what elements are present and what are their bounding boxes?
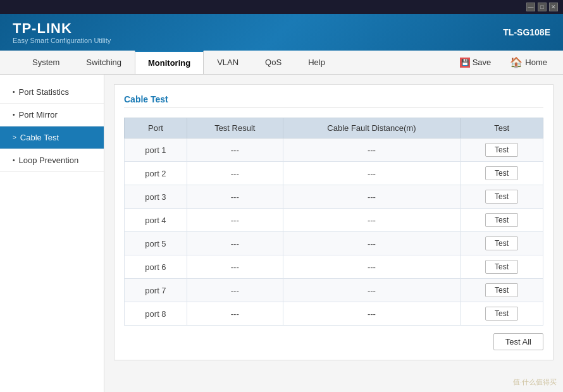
arrow-icon: > <box>13 134 16 141</box>
cell-distance: --- <box>283 185 461 209</box>
tab-help[interactable]: Help <box>295 51 338 74</box>
cell-result: --- <box>187 255 283 279</box>
home-button[interactable]: 🏠 Home <box>504 54 554 71</box>
col-result: Test Result <box>187 118 283 138</box>
test-button-port8[interactable]: Test <box>485 307 518 321</box>
cell-test-btn[interactable]: Test <box>461 162 543 185</box>
tab-qos[interactable]: QoS <box>252 51 295 74</box>
table-row: port 1 --- --- Test <box>125 138 543 162</box>
bullet-icon: • <box>13 157 15 164</box>
sidebar: • Port Statistics • Port Mirror > Cable … <box>0 75 104 392</box>
cell-test-btn[interactable]: Test <box>461 185 543 209</box>
nav-actions: 💾 Save 🏠 Home <box>454 54 563 71</box>
cell-port: port 8 <box>125 302 187 326</box>
table-row: port 7 --- --- Test <box>125 279 543 302</box>
cell-distance: --- <box>283 209 461 232</box>
cell-port: port 4 <box>125 209 187 232</box>
sidebar-item-loop-prevention[interactable]: • Loop Prevention <box>0 149 104 172</box>
cell-result: --- <box>187 185 283 209</box>
test-button-port2[interactable]: Test <box>485 166 518 180</box>
section-box: Cable Test Port Test Result Cable Fault … <box>114 84 554 360</box>
sidebar-item-label: Loop Prevention <box>19 156 79 165</box>
test-button-port6[interactable]: Test <box>485 260 518 274</box>
cell-distance: --- <box>283 302 461 326</box>
cable-table: Port Test Result Cable Fault Distance(m)… <box>124 118 543 326</box>
tab-monitoring[interactable]: Monitoring <box>135 51 204 74</box>
save-button[interactable]: 💾 Save <box>454 55 498 70</box>
cell-distance: --- <box>283 279 461 302</box>
window-controls[interactable]: — □ ✕ <box>526 3 558 11</box>
test-button-port3[interactable]: Test <box>485 190 518 204</box>
sidebar-item-label: Cable Test <box>20 133 59 142</box>
maximize-button[interactable]: □ <box>538 3 547 11</box>
cell-port: port 3 <box>125 185 187 209</box>
content-area: Cable Test Port Test Result Cable Fault … <box>104 75 563 392</box>
tab-system[interactable]: System <box>19 51 73 74</box>
cell-test-btn[interactable]: Test <box>461 232 543 255</box>
cell-test-btn[interactable]: Test <box>461 302 543 326</box>
cell-port: port 1 <box>125 138 187 162</box>
table-row: port 4 --- --- Test <box>125 209 543 232</box>
model-label: TL-SG108E <box>503 27 550 37</box>
section-title: Cable Test <box>124 94 543 108</box>
sidebar-item-port-mirror[interactable]: • Port Mirror <box>0 104 104 126</box>
cell-test-btn[interactable]: Test <box>461 138 543 162</box>
save-icon: 💾 <box>460 58 470 68</box>
table-row: port 6 --- --- Test <box>125 255 543 279</box>
cell-result: --- <box>187 162 283 185</box>
cell-test-btn[interactable]: Test <box>461 255 543 279</box>
col-port: Port <box>125 118 187 138</box>
bullet-icon: • <box>13 89 15 95</box>
bullet-icon: • <box>13 111 15 118</box>
title-bar: — □ ✕ <box>0 0 563 14</box>
cell-distance: --- <box>283 162 461 185</box>
save-label: Save <box>473 58 492 67</box>
table-row: port 3 --- --- Test <box>125 185 543 209</box>
cell-result: --- <box>187 209 283 232</box>
cell-port: port 7 <box>125 279 187 302</box>
main-layout: • Port Statistics • Port Mirror > Cable … <box>0 75 563 392</box>
sidebar-item-cable-test[interactable]: > Cable Test <box>0 126 104 149</box>
cell-result: --- <box>187 138 283 162</box>
cell-distance: --- <box>283 255 461 279</box>
sidebar-item-label: Port Statistics <box>19 87 69 97</box>
close-button[interactable]: ✕ <box>549 3 558 11</box>
cell-result: --- <box>187 279 283 302</box>
minimize-button[interactable]: — <box>526 3 535 11</box>
test-all-button[interactable]: Test All <box>493 333 543 350</box>
brand-logo: TP-LINK <box>13 20 111 37</box>
col-test: Test <box>461 118 543 138</box>
table-header-row: Port Test Result Cable Fault Distance(m)… <box>125 118 543 138</box>
col-distance: Cable Fault Distance(m) <box>283 118 461 138</box>
test-all-wrap: Test All <box>124 333 543 350</box>
navbar: System Switching Monitoring VLAN QoS Hel… <box>0 51 563 75</box>
cell-result: --- <box>187 232 283 255</box>
table-row: port 8 --- --- Test <box>125 302 543 326</box>
test-button-port5[interactable]: Test <box>485 236 518 250</box>
home-label: Home <box>525 58 547 67</box>
sidebar-item-port-statistics[interactable]: • Port Statistics <box>0 81 104 104</box>
cell-port: port 2 <box>125 162 187 185</box>
sidebar-item-label: Port Mirror <box>19 110 58 119</box>
table-row: port 2 --- --- Test <box>125 162 543 185</box>
tab-switching[interactable]: Switching <box>73 51 135 74</box>
table-row: port 5 --- --- Test <box>125 232 543 255</box>
nav-tabs: System Switching Monitoring VLAN QoS Hel… <box>0 51 338 74</box>
app-subtitle: Easy Smart Configuration Utility <box>13 37 111 44</box>
cell-distance: --- <box>283 138 461 162</box>
test-button-port4[interactable]: Test <box>485 213 518 227</box>
cell-distance: --- <box>283 232 461 255</box>
test-button-port7[interactable]: Test <box>485 283 518 297</box>
cell-result: --- <box>187 302 283 326</box>
logo-area: TP-LINK Easy Smart Configuration Utility <box>13 20 111 44</box>
cell-test-btn[interactable]: Test <box>461 279 543 302</box>
cell-port: port 5 <box>125 232 187 255</box>
home-icon: 🏠 <box>510 56 523 68</box>
tab-vlan[interactable]: VLAN <box>204 51 252 74</box>
cell-port: port 6 <box>125 255 187 279</box>
cell-test-btn[interactable]: Test <box>461 209 543 232</box>
test-button-port1[interactable]: Test <box>485 143 518 157</box>
app-header: TP-LINK Easy Smart Configuration Utility… <box>0 14 563 51</box>
